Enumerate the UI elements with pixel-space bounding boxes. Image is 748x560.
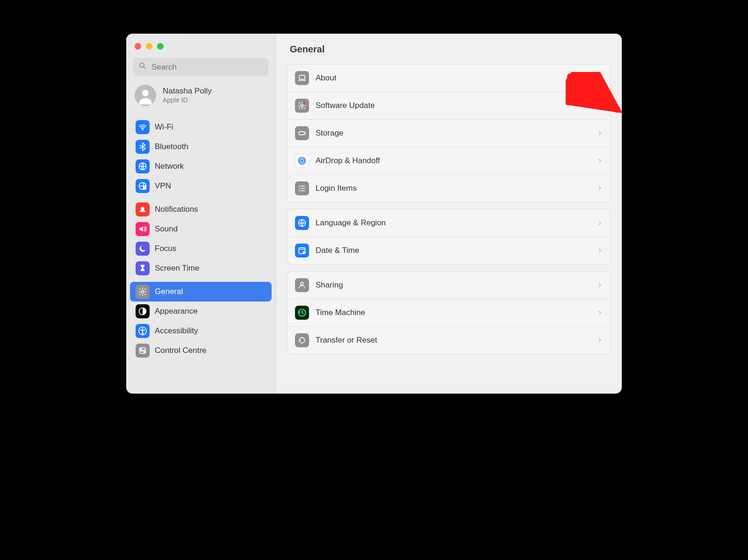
settings-window: Natasha Polly Apple ID Wi-FiBluetoothNet… — [126, 34, 622, 394]
settings-row-label: About — [316, 73, 336, 83]
settings-panel: AboutSoftware UpdateStorageAirDrop & Han… — [287, 64, 611, 202]
gear-icon — [136, 285, 150, 299]
sidebar: Natasha Polly Apple ID Wi-FiBluetoothNet… — [126, 34, 276, 394]
sidebar-item-accessibility[interactable]: Accessibility — [130, 321, 272, 341]
switches-icon — [136, 344, 150, 358]
sidebar-item-label: Wi-Fi — [155, 122, 173, 132]
sidebar-item-label: Bluetooth — [155, 142, 188, 151]
speaker-icon — [136, 222, 150, 236]
hourglass-icon — [136, 261, 150, 275]
settings-row-about[interactable]: About — [288, 65, 610, 92]
chevron-right-icon — [597, 219, 603, 227]
svg-point-0 — [140, 63, 144, 67]
account-subtitle: Apple ID — [163, 96, 212, 104]
svg-point-2 — [142, 90, 149, 96]
bullet-list-icon — [295, 181, 309, 195]
settings-row-label: AirDrop & Handoff — [316, 156, 380, 165]
settings-row-airdrop-handoff[interactable]: AirDrop & Handoff — [288, 147, 610, 174]
settings-row-software-update[interactable]: Software Update — [288, 92, 610, 119]
sidebar-item-control-centre[interactable]: Control Centre — [130, 341, 272, 360]
sidebar-item-label: Accessibility — [155, 326, 198, 336]
globe-icon — [295, 216, 309, 230]
time-machine-icon — [295, 306, 309, 320]
avatar — [135, 85, 156, 106]
network-icon — [136, 159, 150, 173]
laptop-icon — [295, 71, 309, 85]
settings-row-label: Login Items — [316, 184, 357, 193]
sidebar-item-bluetooth[interactable]: Bluetooth — [130, 137, 272, 157]
close-window-button[interactable] — [135, 43, 141, 50]
sidebar-item-notifications[interactable]: Notifications — [130, 200, 272, 219]
settings-row-storage[interactable]: Storage — [288, 119, 610, 147]
sidebar-group: NotificationsSoundFocusScreen Time — [126, 196, 275, 278]
content-pane: General AboutSoftware UpdateStorageAirDr… — [276, 34, 622, 394]
settings-row-date-time[interactable]: Date & Time — [288, 237, 610, 264]
account-name: Natasha Polly — [163, 87, 212, 96]
chevron-right-icon — [597, 129, 603, 137]
sidebar-item-general[interactable]: General — [130, 282, 272, 302]
sidebar-item-label: Control Centre — [155, 346, 207, 355]
settings-row-label: Transfer or Reset — [316, 336, 377, 345]
sidebar-item-label: Notifications — [155, 205, 198, 214]
person-icon — [295, 278, 309, 292]
settings-row-label: Software Update — [316, 101, 375, 110]
sidebar-item-label: VPN — [155, 181, 171, 191]
sidebar-item-label: Appearance — [155, 307, 198, 316]
settings-row-label: Time Machine — [316, 308, 365, 317]
chevron-right-icon — [597, 101, 603, 110]
sidebar-item-label: Focus — [155, 244, 176, 253]
sidebar-group: Wi-FiBluetoothNetworkVPN — [126, 114, 275, 196]
contrast-icon — [136, 304, 150, 318]
page-title: General — [276, 34, 622, 60]
search-field[interactable] — [133, 58, 269, 76]
settings-row-sharing[interactable]: Sharing — [288, 272, 610, 299]
svg-line-1 — [144, 67, 145, 69]
wifi-icon — [136, 120, 150, 134]
appleid-account[interactable]: Natasha Polly Apple ID — [126, 83, 275, 114]
sidebar-item-label: Sound — [155, 224, 178, 234]
search-icon — [138, 62, 151, 72]
sidebar-item-appearance[interactable]: Appearance — [130, 302, 272, 321]
sidebar-item-wi-fi[interactable]: Wi-Fi — [130, 117, 272, 137]
settings-row-label: Storage — [316, 129, 344, 138]
settings-row-label: Sharing — [316, 280, 343, 290]
chevron-right-icon — [597, 309, 603, 317]
sidebar-item-label: General — [155, 287, 183, 296]
settings-panel: SharingTime MachineTransfer or Reset — [287, 271, 611, 354]
bell-icon — [136, 202, 150, 216]
sidebar-item-label: Network — [155, 162, 184, 171]
moon-icon — [136, 242, 150, 256]
sidebar-group: GeneralAppearanceAccessibilityControl Ce… — [126, 278, 275, 360]
disk-icon — [295, 126, 309, 140]
chevron-right-icon — [597, 281, 603, 289]
sidebar-item-network[interactable]: Network — [130, 157, 272, 176]
settings-row-label: Date & Time — [316, 246, 360, 255]
sidebar-item-label: Screen Time — [155, 264, 199, 273]
chevron-right-icon — [597, 184, 603, 193]
settings-panel: Language & RegionDate & Time — [287, 209, 611, 265]
accessibility-icon — [136, 324, 150, 338]
settings-row-transfer-or-reset[interactable]: Transfer or Reset — [288, 326, 610, 354]
vpn-icon — [136, 179, 150, 193]
bluetooth-icon — [136, 140, 150, 154]
chevron-right-icon — [597, 157, 603, 165]
settings-row-time-machine[interactable]: Time Machine — [288, 299, 610, 326]
reset-icon — [295, 333, 309, 347]
settings-row-login-items[interactable]: Login Items — [288, 174, 610, 202]
chevron-right-icon — [597, 336, 603, 345]
calendar-icon — [295, 244, 309, 258]
sidebar-item-focus[interactable]: Focus — [130, 239, 272, 258]
sidebar-item-vpn[interactable]: VPN — [130, 176, 272, 196]
window-controls — [126, 39, 275, 58]
sidebar-item-sound[interactable]: Sound — [130, 219, 272, 239]
chevron-right-icon — [597, 246, 603, 255]
settings-row-label: Language & Region — [316, 218, 386, 228]
settings-row-language-region[interactable]: Language & Region — [288, 209, 610, 237]
minimize-window-button[interactable] — [146, 43, 152, 50]
chevron-right-icon — [597, 74, 603, 82]
airdrop-icon — [295, 154, 309, 168]
zoom-window-button[interactable] — [157, 43, 164, 50]
sidebar-item-screen-time[interactable]: Screen Time — [130, 258, 272, 278]
gear-badge-icon — [295, 99, 309, 113]
search-input[interactable] — [151, 62, 263, 72]
